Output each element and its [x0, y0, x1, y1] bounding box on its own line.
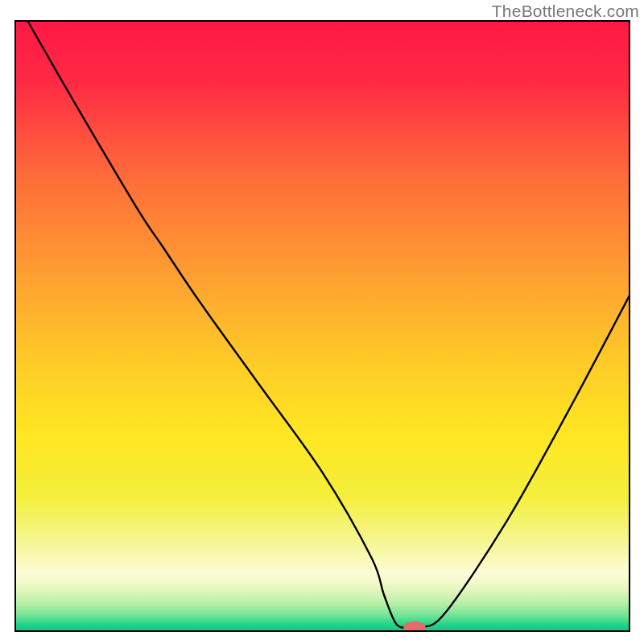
chart-stage: TheBottleneck.com	[0, 0, 644, 644]
plot-area	[15, 21, 630, 634]
watermark-text: TheBottleneck.com	[492, 2, 639, 21]
gradient-background	[15, 21, 630, 631]
bottleneck-chart	[0, 0, 644, 644]
